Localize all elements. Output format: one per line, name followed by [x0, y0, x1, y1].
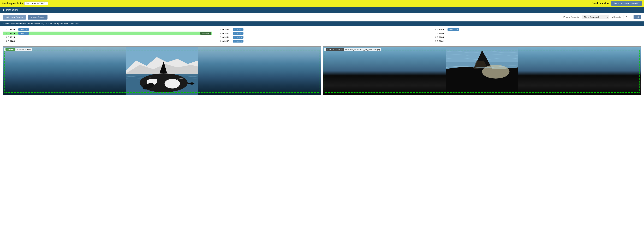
individual-scores-button[interactable]: Individual Scores [3, 14, 26, 20]
controls-row: Individual Scores Image Scores Project S… [0, 13, 644, 22]
left-image-label: TARGET exampleOrca.jpg [4, 48, 32, 51]
matching-label: Matching results for [2, 2, 23, 5]
result-row[interactable]: 30.3315 [3, 36, 212, 39]
match-info-bar: Matches based on match results 1/15/2021… [0, 22, 644, 26]
match-info-prefix: Matches based on [3, 22, 20, 25]
left-image-container[interactable]: TARGET exampleOrca.jpg [3, 46, 321, 95]
result-num: 12 [433, 40, 436, 42]
num-results-input[interactable] [623, 15, 632, 19]
result-row[interactable]: 20.3335NKW-727inspect ✓ [3, 32, 212, 35]
result-score: 0.3376 [8, 28, 17, 31]
result-tag[interactable]: NKW-1112 [448, 28, 459, 31]
project-select[interactable]: None Selected [582, 15, 609, 20]
date-badge: 2018-01-13T12:39 [326, 48, 344, 51]
confirm-label: Confirm action: [592, 2, 609, 5]
result-row[interactable]: 50.3196NKW-711 [217, 28, 426, 31]
svg-point-6 [164, 79, 180, 88]
result-row[interactable]: 40.3264 [3, 40, 212, 43]
result-score: 0.3264 [8, 40, 17, 42]
result-row[interactable]: 120.3081 [432, 40, 641, 43]
result-row[interactable]: 10.3376NKW-137 [3, 28, 212, 31]
result-row[interactable]: 70.3174NKW-138 [217, 36, 426, 39]
confirm-button[interactable]: Set to individual NKW-727 [611, 1, 642, 6]
result-tag[interactable]: NKW-727 [18, 32, 29, 35]
result-score: 0.3140 [437, 28, 446, 31]
result-score: 0.3335 [8, 32, 17, 35]
result-num: 9 [433, 28, 436, 31]
match-suffix: against 3369 candidates [56, 22, 79, 25]
result-tag[interactable]: NKW-711 [233, 28, 243, 31]
result-score: 0.3315 [8, 36, 17, 38]
images-section: TARGET exampleOrca.jpg [0, 46, 644, 98]
result-score: 0.3095 [437, 32, 446, 35]
target-badge: TARGET [6, 48, 16, 50]
result-row[interactable]: 80.3145NKW-832 [217, 40, 426, 43]
instructions-arrow-icon: ▶ [3, 8, 5, 12]
result-row[interactable]: 100.3095 [432, 32, 641, 35]
instructions-bar[interactable]: ▶ Instructions [0, 7, 644, 13]
result-num: 4 [4, 40, 7, 42]
image-scores-button[interactable]: Image Scores [28, 14, 48, 20]
result-score: 0.3145 [222, 40, 232, 42]
result-score: 0.3196 [222, 28, 232, 31]
result-row[interactable]: 110.3080 [432, 36, 641, 39]
result-num: 7 [218, 36, 221, 38]
results-section: 10.3376NKW-13720.3335NKW-727inspect ✓30.… [0, 26, 644, 46]
left-orca-image [3, 47, 321, 95]
num-results-label: m Results: [611, 16, 621, 18]
result-num: 3 [4, 36, 7, 38]
confirm-container: Confirm action: Set to individual NKW-72… [592, 1, 642, 6]
left-filename: exampleOrca.jpg [16, 48, 31, 50]
right-orca-image [323, 47, 641, 95]
result-row[interactable]: 60.3180NKW-371 [217, 32, 426, 35]
svg-point-10 [153, 79, 157, 82]
result-score: 0.3174 [222, 36, 232, 38]
match-type: match results [20, 22, 34, 25]
result-num: 1 [4, 28, 7, 31]
result-row[interactable]: 90.3140NKW-1112 [432, 28, 641, 31]
result-num: 2 [4, 32, 7, 35]
top-bar: Matching results for Encounter: b769b7..… [0, 0, 644, 7]
result-num: 5 [218, 28, 221, 31]
results-grid: 10.3376NKW-13720.3335NKW-727inspect ✓30.… [3, 28, 641, 43]
instructions-label: Instructions [6, 8, 18, 11]
result-tag[interactable]: NKW-371 [233, 32, 243, 35]
result-num: 8 [218, 40, 221, 42]
right-orca-svg [323, 47, 641, 95]
result-num: 6 [218, 32, 221, 35]
result-num: 11 [433, 36, 436, 38]
set-button[interactable]: set [634, 15, 641, 19]
right-image-container[interactable]: 2018-01-13T12:39 NKW-727_13.01.2018_MB_M… [323, 46, 641, 95]
matching-label-container: Matching results for Encounter: b769b7..… [2, 2, 48, 5]
result-tag[interactable]: NKW-137 [18, 28, 29, 31]
right-filename: NKW-727_13.01.2018_MB_MAB3597.jpg [345, 48, 380, 50]
inspect-badge[interactable]: inspect ✓ [200, 32, 211, 35]
project-selection-label: Project Selection [564, 16, 580, 18]
result-score: 0.3180 [222, 32, 232, 35]
right-image-label: 2018-01-13T12:39 NKW-727_13.01.2018_MB_M… [324, 48, 381, 51]
result-num: 10 [433, 32, 436, 35]
encounter-badge: Encounter: b769b7... [24, 2, 48, 5]
result-tag[interactable]: NKW-138 [233, 36, 243, 38]
left-orca-svg [3, 47, 321, 95]
result-tag[interactable]: NKW-832 [233, 40, 243, 42]
match-date: 1/15/2021, 12:34:56 PM [34, 22, 56, 25]
result-score: 0.3080 [437, 36, 446, 38]
result-score: 0.3081 [437, 40, 446, 42]
